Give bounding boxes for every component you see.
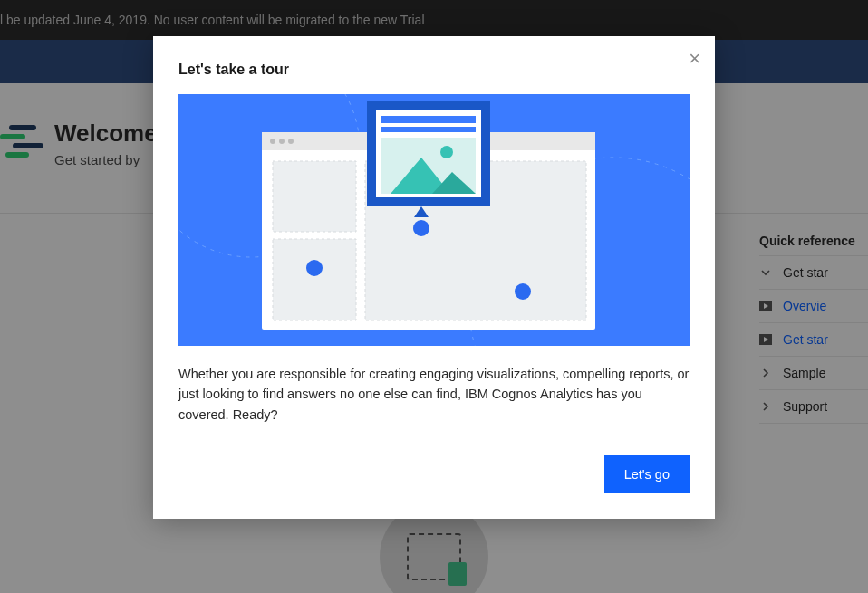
close-button[interactable]: × [689,49,700,69]
close-icon: × [689,47,700,70]
svg-rect-16 [381,127,476,132]
svg-point-6 [288,139,294,144]
svg-rect-7 [273,161,356,232]
lets-go-button[interactable]: Let's go [604,455,690,493]
svg-point-20 [440,146,453,158]
svg-rect-15 [381,116,476,123]
modal-actions: Let's go [178,455,690,493]
svg-point-12 [515,283,531,300]
svg-rect-8 [273,239,356,320]
tour-modal: × Let's take a tour [153,36,715,519]
svg-point-11 [413,220,429,236]
modal-title: Let's take a tour [178,62,690,78]
svg-point-10 [306,260,323,276]
svg-point-4 [270,139,275,144]
svg-point-5 [279,139,285,144]
modal-hero-illustration [178,94,690,346]
modal-body-text: Whether you are responsible for creating… [178,364,690,425]
